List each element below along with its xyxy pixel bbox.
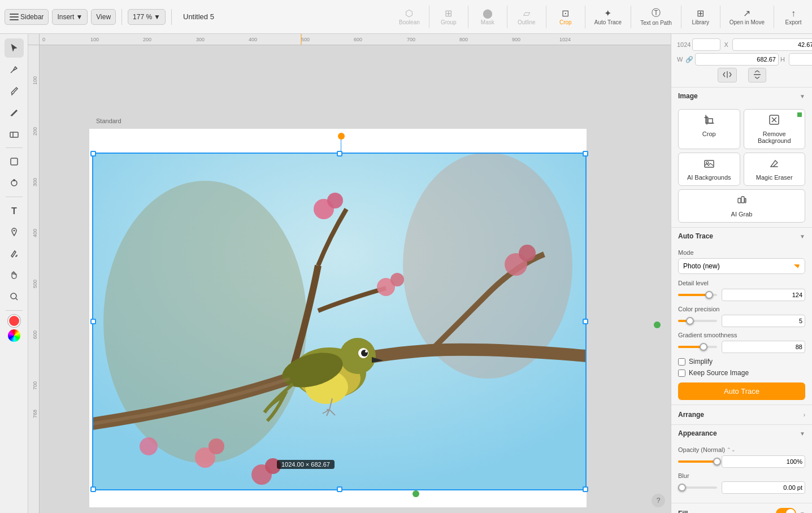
crop-button[interactable]: ⊡ Crop (552, 3, 580, 31)
library-button[interactable]: ⊞ Library (687, 3, 715, 31)
shape-tool[interactable] (5, 152, 24, 171)
appearance-content: Opacity (Normal) ⌃⌄ Blur (671, 442, 812, 503)
svg-point-7 (13, 179, 15, 181)
color-slider-track[interactable] (678, 320, 717, 322)
link-icon[interactable]: 🔗 (685, 56, 693, 63)
fill-tool[interactable] (5, 244, 24, 263)
svg-rect-56 (705, 160, 714, 167)
arrange-chevron: › (804, 412, 805, 418)
remove-bg-button[interactable]: Remove Background (744, 109, 806, 149)
appearance-header[interactable]: Appearance ▼ (671, 425, 812, 442)
opacity-value[interactable] (722, 455, 805, 468)
svg-rect-5 (11, 158, 18, 165)
detail-slider-track[interactable] (678, 294, 717, 296)
simplify-label[interactable]: Simplify (689, 358, 713, 366)
mode-select[interactable]: Photo (new) Illustration Line Art (678, 258, 805, 274)
color-thumb[interactable] (686, 317, 694, 325)
ai-grab-button[interactable]: AI Grab (678, 189, 805, 223)
image-section-header[interactable]: Image ▼ (671, 88, 812, 105)
auto-trace-run-button[interactable]: Auto Trace (678, 382, 805, 400)
detail-value[interactable] (722, 289, 805, 301)
arrange-header[interactable]: Arrange › (671, 405, 812, 424)
gradient-slider-track[interactable] (678, 346, 717, 348)
group-group: ⊞ Group (435, 3, 463, 31)
ruler-vertical: 100 200 300 400 500 600 700 768 (28, 45, 40, 513)
text-on-path-button[interactable]: Ⓣ Text on Path (636, 3, 676, 31)
sidebar-button[interactable]: Sidebar (5, 9, 49, 25)
x-value[interactable] (732, 38, 812, 51)
keep-source-checkbox[interactable] (678, 369, 685, 377)
pin-tool[interactable] (5, 223, 24, 242)
blur-track[interactable] (678, 486, 717, 489)
gradient-value[interactable] (722, 341, 805, 353)
rotation-handle[interactable] (338, 133, 345, 140)
brush-tool[interactable] (5, 81, 24, 101)
stroke-color-ring[interactable] (8, 329, 20, 342)
svg-rect-0 (10, 14, 19, 15)
opacity-track[interactable] (678, 460, 717, 463)
x-input[interactable] (692, 38, 720, 51)
pen-tool[interactable] (5, 60, 24, 79)
wh-row: W 🔗 H ↺ (677, 53, 806, 66)
outline-button[interactable]: ▱ Outline (513, 3, 541, 31)
svg-text:600: 600 (354, 37, 362, 42)
pencil-tool[interactable] (5, 103, 24, 122)
divider (121, 9, 122, 25)
auto-trace-toolbar-button[interactable]: ✦ Auto Trace (590, 3, 626, 31)
zoom-tool[interactable] (5, 287, 24, 306)
svg-text:768: 768 (32, 410, 38, 418)
help-button[interactable]: ? (652, 494, 665, 507)
green-handle-right[interactable] (654, 321, 661, 328)
fill-content: Fill ▼ ✏️ Color Hex Alpha (671, 503, 812, 513)
flip-v-button[interactable] (748, 68, 766, 82)
flip-h-button[interactable] (718, 68, 737, 82)
h-value[interactable] (789, 53, 812, 66)
open-in-move-button[interactable]: ↗ Open in Move (726, 3, 768, 31)
boolean-button[interactable]: ⬡ Boolean (395, 3, 424, 31)
canvas-area: 0 100 200 300 400 500 600 700 800 900 10… (28, 34, 671, 513)
view-button[interactable]: View (91, 9, 116, 25)
detail-thumb[interactable] (705, 291, 713, 299)
ai-backgrounds-button[interactable]: AI Backgrounds (678, 153, 740, 186)
node-tool[interactable] (5, 173, 24, 193)
fill-toggle[interactable] (776, 508, 796, 513)
toolbar: Sidebar Insert ▼ View 177 % ▼ Untitled 5… (0, 0, 812, 34)
green-handle-bottom[interactable] (412, 490, 419, 497)
svg-text:700: 700 (32, 381, 38, 390)
bird-image (92, 153, 587, 490)
color-value[interactable] (722, 315, 805, 327)
svg-rect-58 (738, 198, 741, 203)
text-tool[interactable]: T (5, 201, 24, 220)
w-value[interactable] (695, 53, 779, 66)
opacity-dropdown[interactable]: Opacity (Normal) ⌃⌄ (678, 446, 736, 453)
x-field: X Y ⊡ (724, 38, 812, 51)
ruler-corner (28, 34, 40, 45)
mask-button[interactable]: ⬤ Mask (474, 3, 502, 31)
eraser-tool[interactable] (5, 124, 24, 144)
svg-text:200: 200 (143, 37, 151, 42)
size-pre-label: 1024 (677, 41, 691, 48)
insert-button[interactable]: Insert ▼ (52, 9, 88, 25)
blur-label: Blur (678, 472, 805, 479)
gradient-thumb[interactable] (700, 343, 707, 351)
crop-image-button[interactable]: Crop (678, 109, 740, 149)
export-button[interactable]: ↑ Export (779, 3, 807, 31)
fill-color-swatch[interactable] (8, 315, 20, 327)
blur-value[interactable] (722, 481, 805, 494)
hand-tool[interactable] (5, 266, 24, 285)
zoom-button[interactable]: 177 % ▼ (128, 9, 166, 25)
group-button[interactable]: ⊞ Group (435, 3, 463, 31)
fill-expand[interactable]: ▼ (800, 511, 805, 514)
opacity-thumb[interactable] (713, 458, 721, 466)
select-tool[interactable] (5, 38, 24, 58)
keep-source-row: Keep Source Image (678, 369, 805, 377)
simplify-checkbox[interactable] (678, 358, 685, 366)
boolean-group: ⬡ Boolean (395, 3, 424, 31)
blur-thumb[interactable] (678, 484, 686, 492)
keep-source-label[interactable]: Keep Source Image (689, 369, 749, 377)
size-field: 1024 (677, 38, 720, 51)
auto-trace-header[interactable]: Auto Trace ▼ (671, 228, 812, 245)
magic-eraser-button[interactable]: Magic Eraser (744, 153, 806, 186)
tools-sidebar: T (0, 34, 28, 513)
auto-trace-chevron: ▼ (800, 233, 805, 240)
